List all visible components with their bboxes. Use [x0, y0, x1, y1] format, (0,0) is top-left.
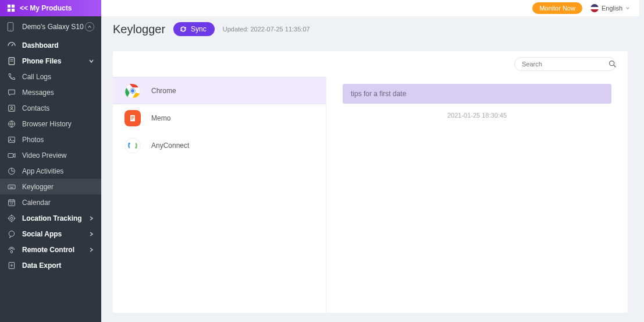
sidebar-item-photos[interactable]: Photos [0, 132, 101, 147]
sync-icon [179, 25, 187, 33]
language-selector[interactable]: English [590, 4, 630, 12]
sidebar-item-messages[interactable]: Messages [0, 84, 101, 100]
sidebar-item-label: Messages [22, 89, 94, 97]
keyboard-icon [7, 182, 16, 192]
message-icon [7, 88, 16, 97]
device-selector[interactable]: Demo's Galaxy S10 [0, 16, 101, 37]
sidebar-item-label: Data Export [22, 261, 94, 270]
content-wrap: Chrome Memo AnyConnect [101, 42, 639, 322]
topbar: Monitor Now English [101, 0, 639, 16]
log-timestamp: 2021-01-25 18:30:45 [343, 112, 611, 119]
location-icon [7, 214, 16, 223]
panel: Chrome Memo AnyConnect [113, 51, 628, 313]
chevron-right-icon [88, 231, 94, 237]
monitor-now-button[interactable]: Monitor Now [532, 2, 582, 14]
svg-point-17 [10, 217, 13, 220]
sidebar-item-contacts[interactable]: Contacts [0, 100, 101, 116]
search-row [113, 51, 628, 77]
sidebar-item-label: Location Tracking [22, 214, 88, 222]
remote-icon [7, 245, 16, 254]
sync-button[interactable]: Sync [173, 22, 215, 36]
sidebar-item-label: App Activities [22, 167, 94, 175]
svg-rect-20 [11, 250, 13, 253]
sidebar-item-data-export[interactable]: Data Export [0, 257, 101, 273]
sidebar-item-browser-history[interactable]: Browser History [0, 116, 101, 132]
app-name: Memo [151, 114, 170, 122]
contacts-icon [7, 104, 16, 113]
app-item-memo[interactable]: Memo [113, 104, 326, 132]
svg-rect-1 [12, 5, 15, 8]
sidebar-item-phone-files[interactable]: Phone Files [0, 53, 101, 69]
app-item-anyconnect[interactable]: AnyConnect [113, 132, 326, 159]
chevron-down-icon [625, 6, 630, 10]
sidebar-item-keylogger[interactable]: Keylogger [0, 179, 101, 194]
sidebar-item-label: Phone Files [22, 57, 88, 65]
svg-point-8 [10, 107, 12, 108]
my-products-label: << My Products [20, 4, 72, 12]
sidebar-item-label: Dashboard [22, 41, 94, 49]
svg-point-19 [9, 231, 14, 236]
svg-point-18 [9, 215, 14, 221]
activity-icon [7, 167, 16, 176]
app-item-chrome[interactable]: Chrome [113, 77, 326, 104]
svg-point-31 [135, 146, 137, 148]
svg-point-27 [131, 89, 135, 93]
collapse-icon[interactable] [85, 22, 94, 31]
sidebar-item-remote-control[interactable]: Remote Control [0, 242, 101, 257]
photo-icon [7, 135, 16, 144]
svg-rect-14 [8, 185, 15, 189]
svg-rect-12 [8, 153, 13, 157]
chevron-right-icon [88, 215, 94, 221]
svg-point-5 [10, 30, 10, 30]
phone-call-icon [7, 72, 16, 82]
chevron-down-icon [88, 58, 94, 64]
video-icon [7, 151, 16, 160]
sidebar-item-label: Remote Control [22, 246, 88, 254]
grid-icon [7, 4, 15, 12]
sidebar-item-label: Social Apps [22, 230, 88, 238]
globe-icon [7, 119, 16, 129]
sidebar-item-label: Browser History [22, 120, 94, 128]
sidebar: << My Products Demo's Galaxy S10 Dashboa… [0, 0, 101, 322]
sidebar-nav: Dashboard Phone Files Call Logs Messages… [0, 37, 101, 273]
log-pane: tips for a first date 2021-01-25 18:30:4… [326, 77, 628, 313]
sidebar-item-call-logs[interactable]: Call Logs [0, 69, 101, 84]
chevron-right-icon [88, 247, 94, 253]
svg-rect-10 [9, 137, 15, 142]
sidebar-item-label: Photos [22, 136, 94, 144]
sidebar-item-label: Contacts [22, 104, 94, 112]
sync-label: Sync [191, 25, 207, 33]
sidebar-item-label: Video Preview [22, 151, 94, 160]
app-list: Chrome Memo AnyConnect [113, 77, 326, 313]
search-icon[interactable] [606, 57, 620, 71]
page-header: Keylogger Sync Updated: 2022-07-25 11:35… [101, 16, 639, 42]
chrome-icon [124, 83, 141, 99]
svg-rect-3 [12, 9, 15, 12]
search-input[interactable] [514, 57, 616, 71]
language-label: English [602, 5, 622, 12]
files-icon [7, 56, 16, 66]
svg-rect-2 [8, 9, 10, 12]
log-entry: tips for a first date [343, 84, 611, 104]
svg-text:12: 12 [10, 202, 13, 205]
app-name: AnyConnect [151, 141, 189, 150]
sidebar-item-label: Call Logs [22, 73, 94, 81]
search-box [514, 57, 616, 71]
anyconnect-icon [124, 137, 141, 154]
app-name: Chrome [151, 87, 176, 95]
page-title: Keylogger [113, 23, 165, 36]
svg-rect-0 [8, 5, 10, 8]
sidebar-item-video-preview[interactable]: Video Preview [0, 147, 101, 163]
my-products-link[interactable]: << My Products [0, 0, 101, 16]
svg-point-22 [610, 61, 614, 66]
sidebar-item-label: Calendar [22, 199, 94, 207]
sidebar-item-app-activities[interactable]: App Activities [0, 163, 101, 179]
dashboard-icon [7, 41, 16, 50]
sidebar-item-calendar[interactable]: 12 Calendar [0, 194, 101, 210]
svg-rect-28 [130, 115, 135, 121]
sidebar-item-location-tracking[interactable]: Location Tracking [0, 210, 101, 226]
sidebar-item-social-apps[interactable]: Social Apps [0, 226, 101, 242]
sidebar-item-dashboard[interactable]: Dashboard [0, 37, 101, 53]
device-name: Demo's Galaxy S10 [22, 23, 85, 31]
memo-icon [124, 110, 141, 126]
